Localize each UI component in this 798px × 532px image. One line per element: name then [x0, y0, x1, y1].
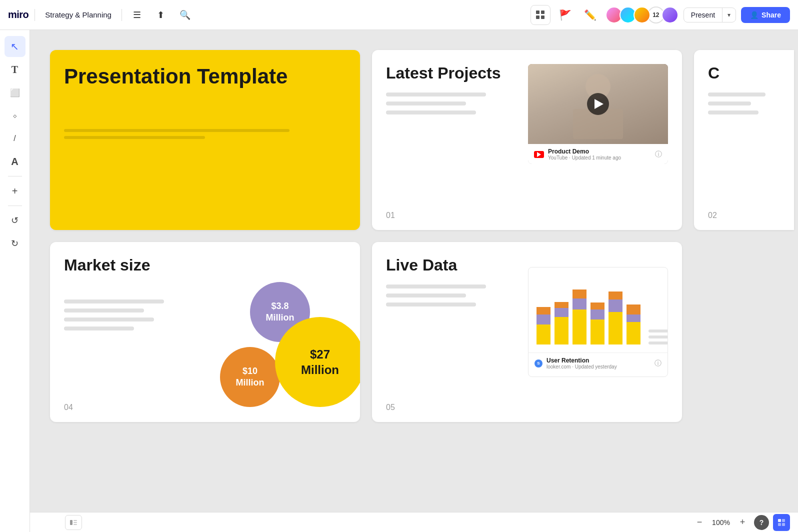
legend-line-3: [648, 342, 668, 344]
play-button[interactable]: [587, 93, 609, 115]
left-sidebar: ↖ T ⬜ ⬦ / A + ↺ ↻: [0, 30, 30, 532]
share-icon: 👤: [750, 11, 758, 19]
chart-info: S User Retention looker.com · Updated ye…: [528, 352, 668, 374]
sidebar-toggle[interactable]: [65, 515, 82, 530]
presentation-card[interactable]: Presentation Template: [50, 50, 360, 230]
partial-title: C: [708, 64, 780, 82]
svg-rect-3: [74, 524, 77, 525]
board-title[interactable]: Strategy & Planning: [41, 8, 116, 21]
topbar-divider-1: [34, 9, 35, 21]
market-size-card[interactable]: Market size 04 $3.8Million $10Million $2…: [50, 242, 360, 422]
bar-2: [554, 302, 568, 344]
cursor-tool-button[interactable]: ↖: [4, 36, 26, 57]
present-label: Present: [684, 8, 722, 22]
data-lines: [386, 284, 496, 306]
help-button[interactable]: ?: [754, 515, 769, 530]
svg-rect-1: [74, 520, 77, 521]
latest-projects-card[interactable]: Latest Projects 01: [372, 50, 682, 230]
looker-icon: S: [534, 360, 542, 368]
youtube-icon: [534, 151, 544, 158]
present-button[interactable]: Present ▾: [684, 8, 736, 22]
legend-line-1: [648, 330, 668, 332]
export-button[interactable]: ⬆: [152, 6, 170, 24]
video-meta: YouTube · Updated 1 minute ago: [548, 155, 651, 160]
share-label: Share: [762, 11, 781, 19]
chart-title: User Retention: [546, 357, 650, 364]
undo-button[interactable]: ↺: [4, 210, 26, 231]
pen-tool-button[interactable]: /: [4, 128, 26, 149]
topbar: miro Strategy & Planning ☰ ⬆ 🔍 🚩 ✏️ 12 P…: [0, 0, 798, 30]
collaborators-avatars: 12: [606, 6, 678, 24]
avatar-3: [634, 6, 650, 24]
search-button[interactable]: 🔍: [176, 6, 194, 24]
zoom-out-button[interactable]: −: [692, 515, 707, 530]
svg-rect-5: [782, 519, 785, 522]
zoom-level: 100%: [711, 518, 731, 526]
topbar-right: 🚩 ✏️ 12 Present ▾ 👤 Share: [530, 5, 790, 25]
highlight-tool-button[interactable]: A: [4, 151, 26, 172]
presentation-title: Presentation Template: [64, 64, 346, 89]
chart-area: [528, 268, 668, 352]
video-title: Product Demo: [548, 148, 651, 155]
sidebar-separator: [8, 176, 22, 176]
market-bubbles: $3.8Million $10Million $27Million: [190, 282, 350, 412]
empty-cell: [694, 242, 794, 422]
bottombar: − 100% + ?: [30, 512, 798, 532]
apps-button[interactable]: [530, 5, 550, 25]
market-lines: [64, 300, 174, 330]
topbar-divider-2: [122, 9, 122, 21]
add-tool-button[interactable]: +: [4, 180, 26, 202]
bubble-10m: $10Million: [220, 347, 280, 407]
card-number-01: 01: [386, 211, 395, 220]
market-size-title: Market size: [64, 256, 346, 274]
partial-lines: [708, 92, 780, 114]
share-button[interactable]: 👤 Share: [741, 7, 790, 23]
sidebar-separator-2: [8, 206, 22, 206]
pencil-button[interactable]: ✏️: [580, 5, 600, 25]
video-embed[interactable]: Product Demo YouTube · Updated 1 minute …: [528, 64, 668, 164]
flag-button[interactable]: 🚩: [556, 5, 576, 25]
play-icon: [594, 99, 604, 109]
bar-6: [626, 304, 640, 344]
chart-meta: looker.com · Updated yesterday: [546, 364, 650, 370]
info-icon: ⓘ: [655, 150, 662, 159]
avatar-main: [662, 6, 678, 24]
chevron-down-icon: ▾: [722, 8, 736, 22]
svg-rect-2: [74, 522, 77, 523]
card-number-02: 02: [708, 211, 717, 220]
zoom-in-button[interactable]: +: [735, 515, 750, 530]
bubble-27m: $27Million: [275, 317, 360, 407]
canvas: Presentation Template Latest Projects 01: [30, 30, 798, 512]
shapes-tool-button[interactable]: ⬦: [4, 105, 26, 126]
card-number-04: 04: [64, 403, 73, 412]
video-thumbnail: [528, 64, 668, 144]
bar-1: [536, 307, 550, 344]
partial-card: C 02: [694, 50, 794, 230]
navigate-button[interactable]: [773, 514, 790, 531]
svg-rect-7: [782, 523, 785, 526]
miro-logo: miro: [8, 9, 28, 20]
bar-3: [572, 290, 586, 344]
svg-rect-0: [70, 520, 72, 525]
menu-button[interactable]: ☰: [128, 6, 146, 24]
legend-line-2: [648, 336, 668, 338]
redo-button[interactable]: ↻: [4, 233, 26, 254]
bar-4: [590, 302, 604, 344]
chart-embed[interactable]: S User Retention looker.com · Updated ye…: [528, 267, 668, 377]
bar-5: [608, 292, 622, 344]
svg-rect-6: [778, 523, 781, 526]
live-data-card[interactable]: Live Data 05: [372, 242, 682, 422]
card-number-05: 05: [386, 403, 395, 412]
chart-info-icon: ⓘ: [654, 359, 662, 368]
svg-rect-4: [778, 519, 781, 522]
text-tool-button[interactable]: T: [4, 59, 26, 80]
project-lines: [386, 92, 506, 114]
video-info: Product Demo YouTube · Updated 1 minute …: [528, 144, 668, 164]
navigate-icon: [777, 518, 786, 527]
sticky-tool-button[interactable]: ⬜: [4, 82, 26, 103]
